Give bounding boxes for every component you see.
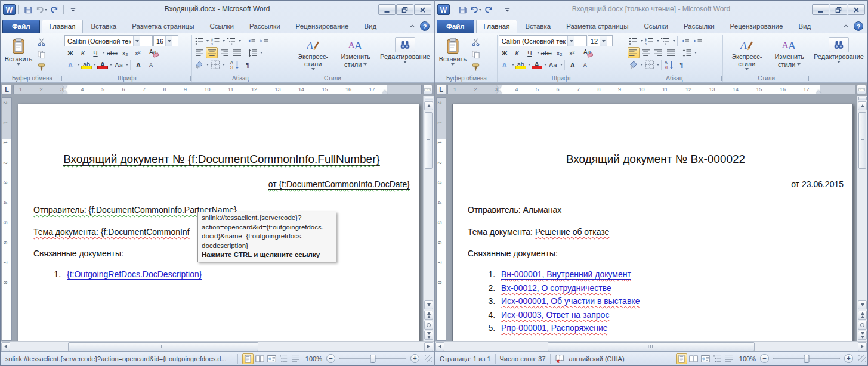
fullscreen-reading-view-button[interactable]: [688, 353, 699, 364]
outline-view-button[interactable]: [278, 353, 289, 364]
select-browse-object-button[interactable]: [858, 321, 867, 330]
horizontal-ruler[interactable]: 1 2 3 4 5 6 7 8 9 10 11 12 13 14 15 16 1…: [447, 85, 855, 94]
change-case-button[interactable]: Аа: [113, 59, 125, 70]
select-browse-object-button[interactable]: [424, 321, 433, 330]
zoom-in-button[interactable]: +: [844, 354, 853, 363]
tab-home[interactable]: Главная: [42, 20, 84, 33]
scroll-right-button[interactable]: [424, 342, 433, 351]
customize-qat-button[interactable]: [501, 4, 513, 15]
font-color-button[interactable]: А: [97, 59, 109, 70]
horizontal-scroll-track[interactable]: [444, 342, 858, 351]
help-button[interactable]: ?: [854, 21, 863, 31]
document-page[interactable]: Входящий документ № {f:DocumentCommonInf…: [18, 104, 419, 341]
italic-button[interactable]: К: [77, 47, 89, 58]
tab-review[interactable]: Рецензирование: [288, 20, 357, 33]
font-size-combo[interactable]: 12: [588, 35, 613, 46]
font-name-dropdown[interactable]: [133, 36, 140, 46]
restore-button[interactable]: [396, 4, 413, 15]
collapse-ribbon-icon[interactable]: [409, 23, 416, 30]
minimize-button[interactable]: [812, 4, 829, 15]
justify-button[interactable]: [231, 47, 243, 58]
strikethrough-button[interactable]: abc: [106, 47, 119, 58]
highlight-dropdown-icon[interactable]: [94, 64, 96, 66]
text-effects-button[interactable]: А: [499, 59, 511, 70]
bullets-dropdown-icon[interactable]: [206, 40, 209, 42]
tab-view[interactable]: Вид: [356, 20, 384, 33]
redo-button[interactable]: [48, 4, 60, 15]
first-line-indent-marker[interactable]: [63, 85, 67, 89]
tab-view[interactable]: Вид: [790, 20, 818, 33]
help-button[interactable]: ?: [420, 21, 430, 31]
font-color-dropdown-icon[interactable]: [544, 64, 546, 66]
outline-view-button[interactable]: [712, 353, 723, 364]
shrink-font-button[interactable]: А: [579, 59, 591, 70]
show-formatting-marks-button[interactable]: ¶: [676, 59, 688, 70]
change-styles-button[interactable]: Изменить стили: [770, 35, 808, 69]
sort-button[interactable]: [229, 59, 241, 70]
highlight-dropdown-icon[interactable]: [528, 64, 530, 66]
draft-view-button[interactable]: [290, 353, 301, 364]
font-name-combo[interactable]: Calibri (Основной тек: [64, 35, 153, 46]
horizontal-scrollbar[interactable]: [435, 341, 867, 351]
tab-file[interactable]: Файл: [2, 20, 40, 33]
tab-references[interactable]: Ссылки: [636, 20, 676, 33]
word-logo-icon[interactable]: W: [437, 4, 450, 15]
font-size-combo[interactable]: 16: [153, 35, 178, 46]
numbering-button[interactable]: [209, 35, 221, 46]
copy-button[interactable]: [35, 49, 47, 60]
word-count-indicator[interactable]: Число слов: 37: [500, 355, 546, 362]
collapse-ribbon-icon[interactable]: [842, 23, 850, 30]
shading-dropdown-icon[interactable]: [206, 64, 209, 66]
zoom-level-button[interactable]: 100%: [305, 355, 322, 362]
font-size-dropdown[interactable]: [600, 36, 607, 46]
change-styles-button[interactable]: Изменить стили: [336, 35, 375, 69]
close-button[interactable]: [414, 4, 431, 15]
change-case-dropdown-icon[interactable]: [560, 64, 563, 66]
split-handle[interactable]: [858, 97, 867, 100]
borders-dropdown-icon[interactable]: [223, 64, 225, 66]
align-right-button[interactable]: [218, 47, 230, 58]
print-layout-view-button[interactable]: [242, 353, 254, 364]
numbering-dropdown-icon[interactable]: [657, 40, 659, 42]
doc-hyperlink[interactable]: Вн-000001, Внутренний документ: [501, 269, 631, 280]
titlebar[interactable]: W Входящий.docx - Microsoft Word: [1, 1, 434, 17]
doc-hyperlink[interactable]: Исх-000001, Об участии в выставке: [501, 296, 640, 306]
strikethrough-button[interactable]: abc: [540, 47, 553, 58]
text-effects-dropdown-icon[interactable]: [78, 64, 80, 66]
zoom-slider[interactable]: [773, 358, 840, 359]
zoom-slider-thumb[interactable]: [370, 355, 376, 363]
copy-button[interactable]: [469, 49, 481, 60]
doc-hyperlink[interactable]: {t:OutgoingRefDocs.DocDescription}: [67, 269, 202, 280]
multilevel-dropdown-icon[interactable]: [673, 40, 675, 42]
borders-dropdown-icon[interactable]: [657, 64, 659, 66]
ruler-toggle-button[interactable]: [423, 85, 433, 94]
sort-button[interactable]: [663, 59, 675, 70]
line-spacing-button[interactable]: [681, 47, 693, 58]
underline-button[interactable]: Ч: [89, 47, 101, 58]
align-left-button[interactable]: [193, 47, 205, 58]
styles-dialog-launcher[interactable]: [804, 76, 809, 81]
horizontal-scroll-track[interactable]: [10, 342, 424, 351]
borders-button[interactable]: [644, 59, 656, 70]
undo-button[interactable]: [469, 4, 481, 15]
previous-page-button[interactable]: [424, 311, 433, 320]
editing-button[interactable]: Редактирование: [810, 35, 868, 64]
zoom-in-button[interactable]: +: [410, 354, 419, 363]
quick-styles-button[interactable]: Экспресс-стили: [291, 35, 335, 71]
next-page-button[interactable]: [424, 331, 433, 340]
scroll-left-button[interactable]: [435, 342, 444, 351]
italic-button[interactable]: К: [511, 47, 523, 58]
vertical-scrollbar[interactable]: [423, 96, 434, 341]
horizontal-scroll-thumb[interactable]: [548, 342, 755, 351]
line-spacing-dropdown-icon[interactable]: [694, 52, 697, 54]
right-indent-marker[interactable]: [816, 90, 821, 94]
zoom-out-button[interactable]: −: [760, 354, 769, 363]
paste-button[interactable]: Вставить: [437, 35, 468, 66]
font-name-combo[interactable]: Calibri (Основной тек: [499, 35, 587, 46]
underline-dropdown-icon[interactable]: [537, 52, 539, 54]
text-effects-dropdown-icon[interactable]: [512, 64, 514, 66]
tab-stop-selector[interactable]: L: [2, 85, 12, 95]
font-dialog-launcher[interactable]: [620, 76, 625, 81]
web-layout-view-button[interactable]: [266, 353, 277, 364]
line-spacing-button[interactable]: [247, 47, 259, 58]
